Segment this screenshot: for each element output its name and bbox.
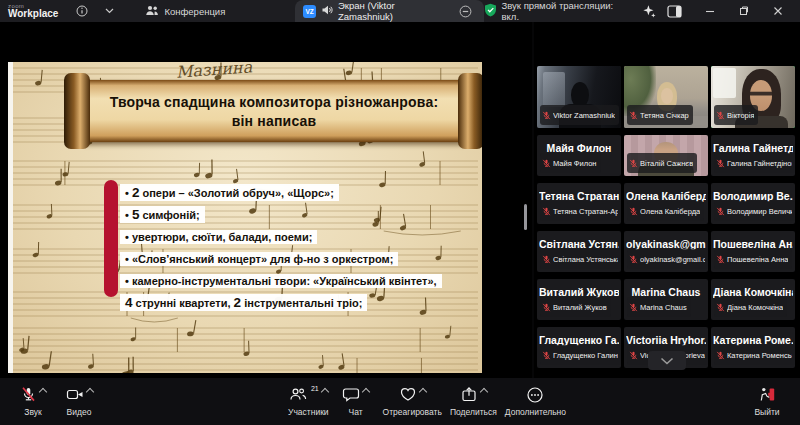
- chevron-up-icon[interactable]: [419, 388, 427, 396]
- tile-row: Світлана Устян...Світлана Устянськаolyak…: [537, 231, 797, 272]
- muted-mic-icon: [716, 106, 725, 124]
- muted-mic-icon: [716, 154, 725, 172]
- ai-companion-icon[interactable]: [640, 1, 659, 21]
- participant-label: Тетяна Січкар: [627, 105, 693, 125]
- participant-tile[interactable]: Майя ФилонМайя Филон: [537, 135, 621, 176]
- participant-tile[interactable]: Тетяна Стратан...Тетяна Стратан-Арти...: [537, 183, 621, 224]
- video-scene-shape: [661, 88, 673, 104]
- muted-mic-icon: [629, 202, 638, 220]
- share-screen-icon: [460, 386, 478, 406]
- close-window-icon[interactable]: [768, 1, 788, 21]
- participant-label: Гладущенко Галини ...: [540, 345, 621, 365]
- participant-tile[interactable]: Віталій Сажнєв: [624, 135, 708, 176]
- zoom-workplace-logo: zoom Workplace: [8, 3, 58, 19]
- chevron-up-icon[interactable]: [480, 388, 488, 396]
- participants-button[interactable]: 21 Участники: [284, 386, 333, 417]
- muted-mic-icon: [716, 250, 725, 268]
- panel-resize-handle[interactable]: [524, 204, 527, 230]
- chat-button[interactable]: Чат: [333, 386, 379, 417]
- more-button[interactable]: Дополнительно: [501, 386, 570, 417]
- mic-muted-icon: [20, 386, 37, 406]
- audio-button[interactable]: Звук: [10, 386, 56, 417]
- participant-label: Катерина Роменська: [714, 345, 795, 365]
- tab-screen-share[interactable]: VZ Экран (Viktor Zamashniuk): [295, 0, 483, 22]
- chat-label: Чат: [349, 407, 363, 417]
- info-icon[interactable]: [72, 1, 92, 21]
- muted-mic-icon: [629, 106, 638, 124]
- restore-window-icon[interactable]: [734, 1, 754, 21]
- speaker-icon: [321, 4, 333, 18]
- camera-icon: [66, 386, 84, 406]
- participant-tile[interactable]: Viktor Zamashniuk: [537, 66, 621, 128]
- video-button[interactable]: Видео: [56, 386, 102, 417]
- participants-icon: [289, 386, 307, 406]
- participant-tile[interactable]: olyakinask@gm...olyakinask@gmail.com: [624, 231, 708, 272]
- participant-label: Виталий Жуков: [540, 297, 611, 317]
- bullet-line: • увертюри, сюїти, балади, поеми;: [120, 227, 442, 245]
- shared-screen-view: Мазнина Творча спадщина композитора різн…: [0, 22, 532, 378]
- leave-label: Выйти: [754, 407, 779, 417]
- react-button[interactable]: Отреагировать: [379, 386, 446, 417]
- slide-title-line2: він написав: [232, 113, 317, 129]
- bullet-list: • 2 опери – «Золотий обруч», «Щорс»;• 5 …: [120, 183, 442, 315]
- more-label: Дополнительно: [505, 407, 566, 417]
- video-scene-shape: [713, 68, 737, 98]
- title-bar: zoom Workplace Конференция VZ Экран (Vik…: [0, 0, 800, 22]
- slide-title-line1: Творча спадщина композитора різножанрова…: [110, 94, 439, 110]
- participants-panel: Viktor ZamashniukТетяна СічкарВікторіяМа…: [534, 22, 800, 378]
- participants-count: 21: [311, 385, 319, 392]
- audio-label: Звук: [24, 407, 41, 417]
- chevron-up-icon[interactable]: [362, 388, 370, 396]
- muted-mic-icon: [542, 298, 551, 316]
- participant-tile[interactable]: Галина Гайнетд...Галина Гайнетдінова: [711, 135, 795, 176]
- live-stream-status: Звук прямой трансляции: вкл.: [484, 0, 628, 22]
- zoom-window: zoom Workplace Конференция VZ Экран (Vik…: [0, 0, 800, 425]
- tile-row: Майя ФилонМайя ФилонВіталій СажнєвГалина…: [537, 135, 797, 176]
- presentation-slide: Мазнина Творча спадщина композитора різн…: [8, 62, 482, 373]
- share-label: Поделиться: [450, 407, 497, 417]
- chevron-up-icon[interactable]: [85, 388, 93, 396]
- participant-tile[interactable]: Тетяна Січкар: [624, 66, 708, 128]
- tile-row: Виталий ЖуковВиталий ЖуковMarina ChausMa…: [537, 279, 797, 320]
- tile-row: Viktor ZamashniukТетяна СічкарВікторія: [537, 66, 797, 128]
- collapse-tab-icon[interactable]: [456, 1, 475, 21]
- chevron-up-icon[interactable]: [39, 388, 47, 396]
- muted-mic-icon: [629, 346, 638, 364]
- participant-tile[interactable]: Пошевеліна Ан...Пошевеліна Анна: [711, 231, 795, 272]
- muted-mic-icon: [716, 298, 725, 316]
- participant-tile[interactable]: Володимир Ве...Володимир Величко: [711, 183, 795, 224]
- participant-label: Володимир Величко: [714, 201, 795, 221]
- slide-left-edge: [8, 62, 13, 373]
- tile-row: Тетяна Стратан...Тетяна Стратан-Арти...О…: [537, 183, 797, 224]
- participant-tile[interactable]: Виталий ЖуковВиталий Жуков: [537, 279, 621, 320]
- participant-label: Пошевеліна Анна: [714, 249, 792, 269]
- chevron-up-icon[interactable]: [320, 388, 328, 396]
- bullet-line: • камерно-інструментальні твори: «Україн…: [120, 271, 442, 289]
- leave-meeting-icon: [758, 386, 776, 406]
- participant-tile[interactable]: Світлана Устян...Світлана Устянська: [537, 231, 621, 272]
- leave-button[interactable]: Выйти: [744, 386, 790, 417]
- participant-tile[interactable]: Вікторія: [711, 66, 795, 128]
- participant-tile[interactable]: Олена КалібердаОлена Каліберда: [624, 183, 708, 224]
- vz-avatar-badge: VZ: [303, 5, 316, 18]
- muted-mic-icon: [542, 202, 551, 220]
- tab-conference[interactable]: Конференция: [135, 0, 235, 22]
- live-stream-status-text: Звук прямой трансляции: вкл.: [502, 0, 628, 22]
- bullet-line: • 5 симфоній;: [120, 205, 442, 223]
- participant-label: Світлана Устянська: [540, 249, 621, 269]
- participant-tile[interactable]: Катерина Роме...Катерина Роменська: [711, 327, 795, 368]
- participant-label: Viktor Zamashniuk: [540, 105, 619, 125]
- participant-tile[interactable]: Гладущенко Га...Гладущенко Галини ...: [537, 327, 621, 368]
- participant-label: Вікторія: [714, 105, 758, 125]
- heart-icon: [399, 386, 417, 406]
- muted-mic-icon: [542, 346, 551, 364]
- share-button[interactable]: Поделиться: [446, 386, 501, 417]
- react-label: Отреагировать: [383, 407, 442, 417]
- minimize-window-icon[interactable]: [700, 1, 720, 21]
- scroll-down-button[interactable]: [648, 351, 686, 370]
- participant-tile[interactable]: Діана КомочкінаДіана Комочкіна: [711, 279, 795, 320]
- chevron-down-icon[interactable]: [100, 1, 120, 21]
- side-panel-layout-icon[interactable]: [665, 1, 684, 21]
- participant-tile[interactable]: Marina ChausMarina Chaus: [624, 279, 708, 320]
- bullet-line: • 2 опери – «Золотий обруч», «Щорс»;: [120, 183, 442, 201]
